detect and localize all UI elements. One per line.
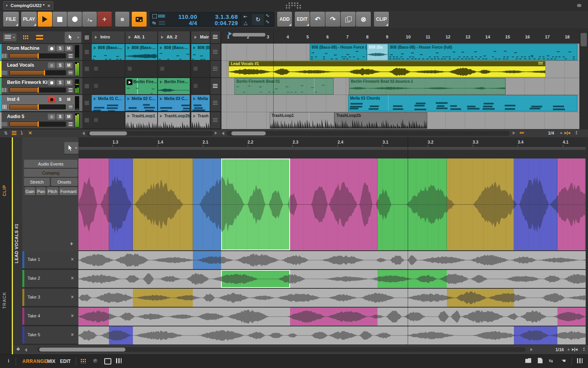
pitch-tab[interactable]: Pitch — [47, 187, 58, 195]
scroll-right-icon[interactable] — [215, 131, 217, 135]
track-menu-button[interactable] — [67, 104, 74, 109]
scene-header-intro[interactable]: Intro — [92, 31, 125, 43]
add-menu-button[interactable]: ADD — [277, 12, 292, 27]
take-lane-5[interactable] — [78, 326, 586, 344]
info-icon[interactable]: i — [8, 358, 9, 364]
clip-play-icon[interactable] — [127, 115, 130, 118]
punch-in-icon[interactable]: ⇤ — [243, 14, 247, 19]
arranger-timeline[interactable]: 808 (Bass-08) - House Force (808 (Ba808 … — [221, 44, 579, 129]
launcher-stop-cell[interactable] — [82, 95, 92, 111]
editor-snap-icon[interactable]: ▸|◂ — [572, 347, 577, 352]
mute-button[interactable]: M — [65, 114, 73, 120]
take-lane-3[interactable] — [78, 289, 586, 307]
scene-header-alt-1[interactable]: Alt. 1 — [125, 31, 157, 43]
scene-launch-cell[interactable] — [211, 61, 220, 77]
record-arm-button[interactable] — [48, 62, 55, 68]
launcher-clip-slot[interactable] — [191, 78, 210, 95]
rail-track-tab[interactable]: TRACK — [2, 286, 7, 314]
launcher-hscroll[interactable] — [87, 131, 213, 136]
audio-events-tab[interactable]: Audio Events — [24, 160, 78, 168]
editor-hscroll[interactable] — [37, 347, 526, 352]
stop-all-icon[interactable] — [85, 35, 89, 40]
arranger-rows-icon[interactable] — [36, 35, 43, 40]
note-link-icon[interactable]: ℗ — [93, 358, 97, 364]
launcher-stop-cell[interactable] — [82, 78, 92, 95]
volume-fader-handle[interactable] — [44, 70, 45, 75]
track-header-drum-machine[interactable]: Drum MachineSM — [0, 44, 82, 60]
launcher-clip-slot[interactable]: Trash — [191, 112, 210, 129]
launcher-clip-slot[interactable]: TrashLoop1 — [125, 112, 157, 129]
take-lane-1[interactable] — [78, 251, 586, 269]
record-arm-button[interactable] — [48, 114, 55, 120]
track-header-audio-5[interactable]: Audio 5SM — [0, 112, 82, 129]
arranger-clip-trasha[interactable]: TrashLoop1 — [270, 112, 334, 129]
arranger-clip-ghost1[interactable]: Berlin Firework Beat 01 — [234, 78, 334, 95]
launcher-clip-slot[interactable]: 808 (B — [191, 44, 210, 60]
clip-play-icon[interactable] — [94, 97, 96, 100]
track-menu-button[interactable] — [67, 122, 74, 127]
track-header-inst-4[interactable]: Inst 4SM — [0, 95, 82, 111]
volume-fader-handle[interactable] — [38, 122, 39, 127]
metronome-icon[interactable]: △ — [244, 20, 247, 26]
arranger-clip-druma[interactable]: 808 (Bass-08) - House Force ( — [310, 44, 367, 60]
groove-button[interactable]: ♪w — [82, 12, 97, 27]
follow-down-icon[interactable]: ⤵ — [20, 130, 23, 136]
clip-launcher-toggle-icon[interactable] — [80, 359, 86, 363]
scene-launch-cell[interactable] — [211, 78, 220, 95]
launcher-clip-slot[interactable]: Mella 03 C... — [158, 95, 190, 111]
clip-play-icon[interactable] — [160, 97, 162, 100]
delete-take-icon[interactable]: × — [71, 275, 74, 281]
arranger-clip-trashb[interactable]: TrashLoop2b — [334, 112, 427, 129]
launcher-clip-slot[interactable] — [92, 61, 125, 77]
browser-panel-icon[interactable] — [525, 358, 531, 363]
launcher-clip-slot[interactable]: Berlin Fire... — [158, 78, 190, 95]
scene-launch-cell[interactable] — [211, 95, 220, 111]
delete-take-icon[interactable]: × — [71, 294, 74, 300]
launcher-clip-slot[interactable]: Berlin Fire... — [125, 78, 157, 95]
display-profile-button[interactable] — [132, 12, 147, 27]
launcher-hscroll-thumb[interactable] — [89, 131, 127, 135]
launcher-clip-slot[interactable] — [92, 78, 125, 95]
take-label-row[interactable]: Take 1× — [22, 251, 78, 269]
timeline-hscroll-thumb[interactable] — [231, 131, 266, 135]
arranger-clip-vocal[interactable]: Lead Vocals #1 — [229, 61, 546, 77]
stretch-tab[interactable]: Stretch — [24, 178, 50, 186]
track-header-lead-vocals[interactable]: Lead VocalsSM — [0, 61, 82, 77]
scene-launch-cell[interactable] — [211, 44, 220, 60]
clip-play-icon[interactable] — [160, 80, 162, 84]
launcher-stop-cell[interactable] — [82, 112, 92, 129]
launcher-clip-slot[interactable]: 808 (Bass-... — [158, 44, 190, 60]
clip-play-icon[interactable] — [193, 115, 196, 118]
track-height-icon[interactable]: ⇅ — [4, 131, 7, 136]
clip-menu-button[interactable]: CLIP — [374, 12, 389, 27]
duplicate-button[interactable] — [341, 12, 356, 27]
editor-hscroll-thumb[interactable] — [39, 348, 125, 352]
solo-button[interactable]: S — [56, 46, 64, 51]
clip-play-icon[interactable] — [94, 46, 96, 49]
volume-fader[interactable] — [9, 70, 66, 75]
arranger-vscroll-thumb[interactable] — [581, 33, 587, 46]
volume-fader[interactable] — [9, 104, 66, 109]
launcher-clip-slot[interactable]: Mella 02 C... — [125, 95, 157, 111]
playstart-marker-icon[interactable] — [229, 32, 232, 36]
take-label-row[interactable]: Take 4× — [22, 308, 78, 326]
arranger-playhead[interactable] — [273, 32, 274, 129]
delete-take-icon[interactable]: × — [71, 332, 74, 337]
take-label-row[interactable]: Take 5× — [22, 326, 78, 344]
volume-fader[interactable] — [9, 87, 66, 93]
redo-button[interactable]: ↷ — [325, 12, 340, 27]
solo-button[interactable]: S — [56, 97, 64, 102]
mute-button[interactable]: M — [65, 80, 73, 86]
editor-scroll-left-icon[interactable] — [25, 348, 27, 352]
arrange-view-tab[interactable]: ARRANGE — [22, 359, 47, 364]
add-take-button[interactable]: + — [70, 240, 73, 247]
launcher-clip-slot[interactable]: Mella 01 C... — [92, 95, 125, 111]
dual-panel-icon[interactable] — [116, 358, 122, 363]
formant-tab[interactable]: Formant — [59, 187, 78, 195]
play-menu-button[interactable]: PLAY — [21, 12, 37, 27]
arranger-clip-drumb[interactable]: 808 (Bass-08) - House Force (full) — [388, 44, 577, 60]
launcher-clip-slot[interactable]: TrashLoop2b — [158, 112, 190, 129]
solo-button[interactable]: S — [56, 114, 64, 120]
scene-header-main[interactable]: Main — [191, 31, 210, 43]
clip-play-icon[interactable] — [127, 97, 130, 100]
